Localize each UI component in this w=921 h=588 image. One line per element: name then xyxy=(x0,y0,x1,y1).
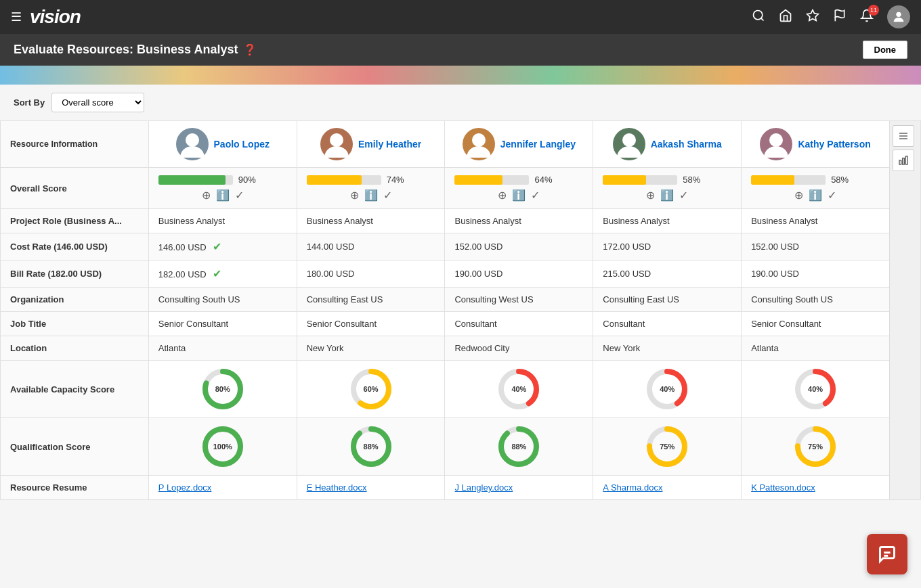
check-icon-2[interactable]: ✓ xyxy=(531,189,540,202)
overall-score-label: Overall Score xyxy=(1,168,149,209)
job-title-2: Consultant xyxy=(445,312,593,336)
qualification-label-0: 100% xyxy=(213,443,232,451)
location-row: Location Atlanta New York Redwood City N… xyxy=(1,336,921,361)
svg-rect-15 xyxy=(905,156,907,164)
capacity-label-2: 40% xyxy=(511,385,526,393)
info-icon-3[interactable]: ℹ️ xyxy=(660,189,674,202)
resource-col-2: Jennifer Langley xyxy=(445,121,593,168)
page-title-group: Evaluate Resources: Business Analyst ❓ xyxy=(14,43,257,57)
qualification-donut-1: 88% xyxy=(349,425,393,468)
capacity-donut-2: 40% xyxy=(497,367,540,411)
info-icon-0[interactable]: ℹ️ xyxy=(216,189,230,202)
avatar-3 xyxy=(613,128,645,160)
hamburger-menu[interactable]: ☰ xyxy=(11,9,22,24)
overall-score-cell-1: 74% ⊕ ℹ️ ✓ xyxy=(297,168,445,209)
cost-rate-value-0: 146.00 USD xyxy=(158,242,207,252)
page-header: Evaluate Resources: Business Analyst ❓ D… xyxy=(0,34,921,66)
check-icon-3[interactable]: ✓ xyxy=(679,189,688,202)
svg-rect-13 xyxy=(899,160,901,164)
svg-point-9 xyxy=(769,133,783,147)
sort-select[interactable]: Overall score Name Cost Rate Bill Rate xyxy=(51,93,144,112)
svg-point-8 xyxy=(622,133,636,147)
qualification-cell-0: 100% xyxy=(148,418,297,476)
cost-rate-value-1: 144.00 USD xyxy=(307,242,355,252)
qualification-label-1: 88% xyxy=(364,443,379,451)
capacity-donut-0: 80% xyxy=(201,367,244,411)
organization-label: Organization xyxy=(1,288,149,312)
resource-name-0[interactable]: Paolo Lopez xyxy=(214,139,270,150)
resume-link-1[interactable]: E Heather.docx xyxy=(307,482,367,493)
flag-icon[interactable] xyxy=(833,9,847,26)
bill-rate-value-2: 190.00 USD xyxy=(454,269,502,279)
capacity-donut-3: 40% xyxy=(645,367,689,411)
add-icon-0[interactable]: ⊕ xyxy=(202,189,211,202)
add-icon-2[interactable]: ⊕ xyxy=(498,189,507,202)
resume-link-4[interactable]: K Patteson.docx xyxy=(751,482,815,493)
resume-link-3[interactable]: A Sharma.docx xyxy=(603,482,662,493)
resume-cell-0: P Lopez.docx xyxy=(148,476,297,500)
bill-rate-row: Bill Rate (182.00 USD) 182.00 USD ✔ 180.… xyxy=(1,261,921,288)
cost-rate-value-2: 152.00 USD xyxy=(454,242,502,252)
chart-view-icon[interactable] xyxy=(893,150,914,171)
overall-score-cell-3: 58% ⊕ ℹ️ ✓ xyxy=(593,168,742,209)
score-label-0: 90% xyxy=(238,175,256,185)
location-0: Atlanta xyxy=(148,336,297,361)
capacity-donut-1: 60% xyxy=(349,367,393,411)
project-role-1: Business Analyst xyxy=(297,209,445,233)
location-label: Location xyxy=(1,336,149,361)
info-icon-2[interactable]: ℹ️ xyxy=(512,189,526,202)
resource-col-3: Aakash Sharma xyxy=(593,121,742,168)
resource-name-4[interactable]: Kathy Patterson xyxy=(798,139,870,150)
add-icon-4[interactable]: ⊕ xyxy=(794,189,803,202)
cost-rate-row: Cost Rate (146.00 USD) 146.00 USD ✔ 144.… xyxy=(1,233,921,261)
decorative-banner xyxy=(0,66,921,85)
overall-score-cell-2: 64% ⊕ ℹ️ ✓ xyxy=(445,168,593,209)
bill-rate-value-3: 215.00 USD xyxy=(603,269,651,279)
job-title-label: Job Title xyxy=(1,312,149,336)
resume-cell-3: A Sharma.docx xyxy=(593,476,742,500)
capacity-score-label: Available Capacity Score xyxy=(1,361,149,418)
info-icon-4[interactable]: ℹ️ xyxy=(809,189,822,202)
list-view-icon[interactable] xyxy=(893,125,914,147)
capacity-cell-1: 60% xyxy=(297,361,445,418)
info-icon-1[interactable]: ℹ️ xyxy=(364,189,378,202)
user-avatar[interactable] xyxy=(887,5,910,28)
resource-col-4: Kathy Patterson xyxy=(742,121,890,168)
bill-rate-value-4: 190.00 USD xyxy=(751,269,799,279)
home-icon[interactable] xyxy=(779,9,792,26)
help-icon[interactable]: ❓ xyxy=(243,43,257,56)
add-icon-3[interactable]: ⊕ xyxy=(646,189,655,202)
resource-header-row: Resource Information Paolo Lopez Emily H… xyxy=(1,121,921,168)
qualification-donut-0: 100% xyxy=(201,425,244,468)
resource-resume-label: Resource Resume xyxy=(1,476,149,500)
resume-link-2[interactable]: J Langley.docx xyxy=(454,482,513,493)
add-icon-1[interactable]: ⊕ xyxy=(350,189,359,202)
job-title-4: Senior Consultant xyxy=(742,312,890,336)
search-icon[interactable] xyxy=(752,9,765,26)
sort-bar: Sort By Overall score Name Cost Rate Bil… xyxy=(0,85,921,120)
bell-icon[interactable]: 11 xyxy=(860,9,874,26)
done-button[interactable]: Done xyxy=(863,41,908,59)
svg-point-7 xyxy=(472,133,486,147)
cost-rate-cell-2: 152.00 USD xyxy=(445,233,593,261)
resource-name-1[interactable]: Emily Heather xyxy=(358,139,421,150)
bill-rate-cell-0: 182.00 USD ✔ xyxy=(148,261,297,288)
resume-link-0[interactable]: P Lopez.docx xyxy=(158,482,212,493)
project-role-4: Business Analyst xyxy=(742,209,890,233)
qualification-label-3: 75% xyxy=(660,443,674,451)
resource-name-2[interactable]: Jennifer Langley xyxy=(500,139,576,150)
location-2: Redwood City xyxy=(445,336,593,361)
check-icon-1[interactable]: ✓ xyxy=(383,189,392,202)
job-title-0: Senior Consultant xyxy=(148,312,297,336)
resource-resume-row: Resource Resume P Lopez.docx E Heather.d… xyxy=(1,476,921,500)
check-icon-0[interactable]: ✓ xyxy=(235,189,244,202)
star-icon[interactable] xyxy=(806,9,819,26)
check-icon-4[interactable]: ✓ xyxy=(828,189,836,202)
bill-rate-label: Bill Rate (182.00 USD) xyxy=(1,261,149,288)
svg-point-4 xyxy=(896,12,901,17)
location-4: Atlanta xyxy=(742,336,890,361)
resource-name-3[interactable]: Aakash Sharma xyxy=(651,139,722,150)
qualification-cell-1: 88% xyxy=(297,418,445,476)
cost-rate-cell-1: 144.00 USD xyxy=(297,233,445,261)
resume-cell-1: E Heather.docx xyxy=(297,476,445,500)
